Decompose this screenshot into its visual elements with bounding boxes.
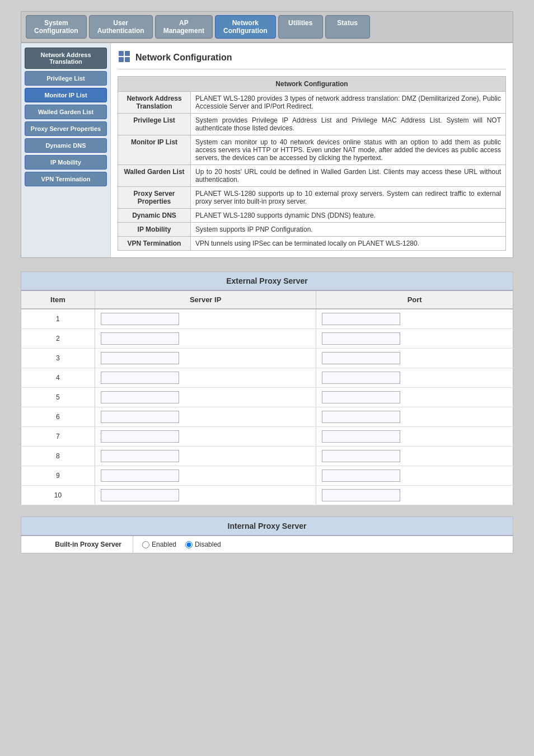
internal-proxy-row: Built-in Proxy Server Enabled Disabled <box>21 536 513 553</box>
sidebar-item-walled-garden-list[interactable]: Walled Garden List <box>25 105 107 119</box>
row-desc: VPN tunnels using IPSec can be terminate… <box>191 237 506 251</box>
proxy-row-4: 4 <box>21 368 513 388</box>
tab-status[interactable]: Status <box>325 15 370 39</box>
item-number: 6 <box>21 407 95 427</box>
internal-proxy-header: Internal Proxy Server <box>21 517 513 536</box>
row-desc: PLANET WLS-1280 provides 3 types of netw… <box>191 92 506 114</box>
row-label: Monitor IP List <box>118 135 191 165</box>
server-ip-cell <box>95 309 316 329</box>
port-input-5[interactable] <box>322 391 400 403</box>
server-ip-cell <box>95 388 316 407</box>
port-cell <box>316 349 513 368</box>
col-server-ip: Server IP <box>95 290 316 309</box>
table-row: Walled Garden List Up to 20 hosts' URL c… <box>118 165 506 187</box>
port-input-1[interactable] <box>322 313 400 325</box>
server-ip-input-9[interactable] <box>101 469 179 482</box>
disabled-option[interactable]: Disabled <box>185 541 221 548</box>
port-input-3[interactable] <box>322 352 400 364</box>
port-input-4[interactable] <box>322 372 400 384</box>
server-ip-input-8[interactable] <box>101 450 179 462</box>
tab-network[interactable]: NetworkConfiguration <box>215 15 276 39</box>
port-input-6[interactable] <box>322 411 400 423</box>
proxy-row-7: 7 <box>21 427 513 447</box>
proxy-row-6: 6 <box>21 407 513 427</box>
server-ip-cell <box>95 486 316 505</box>
port-input-9[interactable] <box>322 469 400 482</box>
port-cell <box>316 368 513 388</box>
item-number: 3 <box>21 349 95 368</box>
port-cell <box>316 407 513 427</box>
server-ip-input-5[interactable] <box>101 391 179 403</box>
server-ip-input-4[interactable] <box>101 372 179 384</box>
table-row: IP Mobility System supports IP PNP Confi… <box>118 223 506 237</box>
row-label: IP Mobility <box>118 223 191 237</box>
external-proxy-table: External Proxy Server Item Server IP Por… <box>21 271 513 505</box>
server-ip-input-3[interactable] <box>101 352 179 364</box>
tab-utilities[interactable]: Utilities <box>278 15 323 39</box>
sidebar-item-privilege-list[interactable]: Privilege List <box>25 71 107 86</box>
tab-user[interactable]: UserAuthentication <box>89 15 153 39</box>
sidebar-item-proxy-server-properties[interactable]: Proxy Server Properties <box>25 121 107 136</box>
disabled-label: Disabled <box>195 541 221 548</box>
port-input-8[interactable] <box>322 450 400 462</box>
tab-system[interactable]: SystemConfiguration <box>26 15 87 39</box>
enabled-option[interactable]: Enabled <box>142 541 176 548</box>
row-desc: PLANET WLS-1280 supports dynamic DNS (DD… <box>191 209 506 223</box>
table-row: VPN Termination VPN tunnels using IPSec … <box>118 237 506 251</box>
page-title: Network Configuration <box>118 50 506 69</box>
port-cell <box>316 447 513 466</box>
svg-rect-2 <box>119 57 124 62</box>
proxy-options: Enabled Disabled <box>142 541 504 548</box>
server-ip-input-10[interactable] <box>101 489 179 501</box>
row-desc: System can monitor up to 40 network devi… <box>191 135 506 165</box>
sidebar-item-network-address-translation[interactable]: Network Address Translation <box>25 48 107 69</box>
server-ip-cell <box>95 447 316 466</box>
server-ip-input-6[interactable] <box>101 411 179 423</box>
item-number: 2 <box>21 329 95 349</box>
table-row: Monitor IP List System can monitor up to… <box>118 135 506 165</box>
row-label: VPN Termination <box>118 237 191 251</box>
proxy-row-10: 10 <box>21 486 513 505</box>
column-headers: Item Server IP Port <box>21 290 513 309</box>
port-cell <box>316 466 513 486</box>
port-cell <box>316 427 513 447</box>
disabled-radio[interactable] <box>185 541 193 548</box>
external-proxy-section: External Proxy Server Item Server IP Por… <box>21 271 513 553</box>
svg-rect-0 <box>119 51 124 56</box>
proxy-row-1: 1 <box>21 309 513 329</box>
port-input-10[interactable] <box>322 489 400 501</box>
item-number: 8 <box>21 447 95 466</box>
tab-ap[interactable]: APManagement <box>155 15 213 39</box>
sidebar-item-vpn-termination[interactable]: VPN Termination <box>25 172 107 186</box>
proxy-row-2: 2 <box>21 329 513 349</box>
row-label: Dynamic DNS <box>118 209 191 223</box>
item-number: 10 <box>21 486 95 505</box>
server-ip-cell <box>95 349 316 368</box>
built-in-proxy-label: Built-in Proxy Server <box>21 536 133 553</box>
table-row: Dynamic DNS PLANET WLS-1280 supports dyn… <box>118 209 506 223</box>
port-cell <box>316 486 513 505</box>
server-ip-input-1[interactable] <box>101 313 179 325</box>
server-ip-input-7[interactable] <box>101 430 179 443</box>
col-item: Item <box>21 290 95 309</box>
info-table-header: Network Configuration <box>118 77 506 92</box>
server-ip-input-2[interactable] <box>101 332 179 345</box>
port-input-2[interactable] <box>322 332 400 345</box>
row-desc: System provides Privilege IP Address Lis… <box>191 114 506 135</box>
sidebar-item-ip-mobility[interactable]: IP Mobility <box>25 155 107 170</box>
row-label: Proxy ServerProperties <box>118 187 191 209</box>
enabled-radio[interactable] <box>142 541 149 548</box>
sidebar-item-monitor-ip-list[interactable]: Monitor IP List <box>25 88 107 102</box>
row-desc: PLANET WLS-1280 supports up to 10 extern… <box>191 187 506 209</box>
svg-rect-1 <box>125 51 130 56</box>
server-ip-cell <box>95 427 316 447</box>
server-ip-cell <box>95 407 316 427</box>
main-content: Network Configuration Network Configurat… <box>111 43 513 257</box>
item-number: 1 <box>21 309 95 329</box>
server-ip-cell <box>95 368 316 388</box>
row-desc: System supports IP PNP Configuration. <box>191 223 506 237</box>
sidebar-item-dynamic-dns[interactable]: Dynamic DNS <box>25 138 107 153</box>
table-row: Proxy ServerProperties PLANET WLS-1280 s… <box>118 187 506 209</box>
port-input-7[interactable] <box>322 430 400 443</box>
proxy-row-8: 8 <box>21 447 513 466</box>
